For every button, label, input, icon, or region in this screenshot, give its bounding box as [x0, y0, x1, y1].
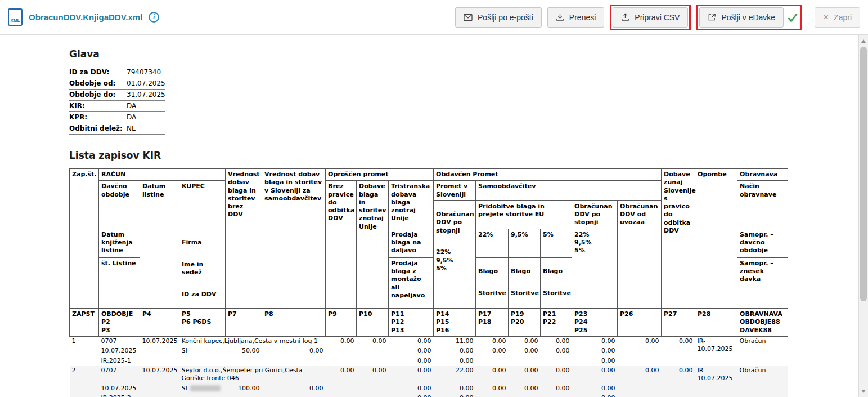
- id-ddv-label: ID za DDV: [182, 291, 223, 298]
- blago-label: Blago: [478, 267, 506, 275]
- col-rate-22: 22%: [476, 229, 509, 257]
- cell-p24: 0.00: [572, 346, 618, 356]
- glava-row: Odbitni delež: NE: [69, 123, 165, 135]
- code-p7: P7: [226, 309, 262, 337]
- col-prodaja-montaza: Prodaja blaga z montažo ali napeljavo: [389, 257, 434, 308]
- cell-p26: 0.00: [618, 366, 662, 384]
- code-p9: P9: [326, 309, 357, 337]
- col-nacin-obravnave: Način obravnave: [737, 181, 788, 229]
- cell-empty: [662, 346, 695, 356]
- col-obracunan-od-uvoza: Obračunan DDV od uvozaa: [618, 200, 662, 308]
- kir-record-row: 10.07.2025 SI 100.00 0.00 0.00 0.00 0.00…: [70, 384, 788, 394]
- send-email-button[interactable]: Pošlji po e-pošti: [455, 7, 542, 28]
- cell-empty: [70, 394, 99, 397]
- cell-empty: [140, 346, 179, 356]
- cell-st-listine: IR:2025-2: [99, 394, 140, 397]
- cell-p18: 0.00: [476, 346, 509, 356]
- col-st-listine: št. Listine: [99, 257, 140, 308]
- prepare-csv-label: Pripravi CSV: [635, 13, 680, 22]
- cell-p17: 0.00: [476, 366, 509, 384]
- cell-p9: 0.00: [326, 337, 357, 347]
- cell-empty: [662, 384, 695, 394]
- cell-datum-knjizenja: 10.07.2025: [99, 384, 140, 394]
- col-rate-95: 9,5%: [509, 229, 541, 257]
- scrollbar-up-arrow[interactable]: [859, 36, 868, 46]
- scrollbar-thumb[interactable]: [860, 47, 867, 301]
- col-datum-listine-empty: [140, 229, 179, 308]
- send-edavke-button[interactable]: Pošlji v eDavke: [699, 7, 784, 28]
- glava-label: ID za DDV:: [69, 67, 127, 78]
- info-icon[interactable]: i: [149, 12, 159, 23]
- col-promet-slo-ddv-stopnje: Obračunan DDV po stopnji 22% 9,5% 5%: [434, 200, 476, 308]
- col-kupec-detail: Firma Ime in sedež ID za DDV: [179, 229, 226, 308]
- cell-p13: 0.00: [389, 394, 434, 397]
- redacted-vat-number: [190, 385, 221, 391]
- cell-empty: [509, 356, 541, 366]
- cell-empty: [357, 346, 389, 356]
- send-email-label: Pošlji po e-pošti: [478, 13, 533, 22]
- file-title: ObracunDDV.KnjigaDDV.xml: [29, 12, 142, 22]
- close-button[interactable]: × Zapri: [815, 7, 860, 28]
- close-label: Zapri: [834, 13, 852, 22]
- cell-id-za-ddv: SI: [179, 384, 226, 394]
- cell-p11: 0.00: [389, 366, 434, 384]
- cell-empty: [140, 394, 179, 397]
- scrollbar[interactable]: [858, 35, 868, 397]
- cell-p12: 0.00: [389, 384, 434, 394]
- cell-kupec: Končni kupec,Ljubljana,Cesta v mestni lo…: [179, 337, 326, 347]
- kir-title: Lista zapisov KIR: [69, 150, 858, 161]
- cell-p16: 0.00: [434, 394, 476, 397]
- col-obravnava: Obravnava: [737, 169, 788, 181]
- cell-p9: 0.00: [326, 366, 357, 384]
- cell-kupec: Seyfor d.o.o.,Šempeter pri Gorici,Cesta …: [179, 366, 326, 384]
- glava-value: DA: [127, 101, 165, 112]
- prepare-csv-button[interactable]: Pripravi CSV: [613, 7, 688, 28]
- kir-table: Zap.št. RAČUN Vrednost dobav blaga in st…: [69, 168, 788, 397]
- cell-empty: [70, 384, 99, 394]
- cell-datum-listine: 10.07.2025: [140, 366, 179, 384]
- glava-row: KPR: DA: [69, 112, 165, 123]
- glava-title: Glava: [69, 48, 858, 60]
- col-obdavcen-promet: Obdavčen Promet: [434, 169, 662, 181]
- cell-empty: [662, 356, 695, 366]
- glava-row: KIR: DA: [69, 101, 165, 112]
- col-dobave-zunaj: Dobave zunaj Slovenije s pravico do odbi…: [662, 169, 695, 309]
- col-blago-storitve-22: Blago Storitve: [476, 257, 509, 308]
- id-za-ddv-value: SI: [182, 347, 187, 354]
- code-p5: P5 P6 P6DS: [179, 309, 226, 337]
- col-pridobitve-eu: Pridobitve blaga in prejete storitve EU: [476, 200, 572, 229]
- document-view: Glava ID za DDV: 79407340 Obdobje od: 01…: [0, 35, 858, 397]
- glava-value: 79407340: [127, 67, 165, 78]
- col-davcno-obdobje: Davčno obdobje: [99, 181, 140, 229]
- glava-label: Obdobje od:: [69, 78, 127, 90]
- cell-empty: [476, 356, 509, 366]
- cell-p11: 0.00: [389, 337, 434, 347]
- glava-row: ID za DDV: 79407340: [69, 67, 165, 78]
- storitve-label: Storitve: [511, 289, 538, 297]
- id-za-ddv-value: SI: [182, 385, 187, 392]
- cell-davcno-obdobje: 0707: [99, 366, 140, 384]
- kir-record-row: 1 0707 10.07.2025 Končni kupec,Ljubljana…: [70, 337, 788, 347]
- cell-p27: 0.00: [662, 337, 695, 347]
- kir-record-row: 2 0707 10.07.2025 Seyfor d.o.o.,Šempeter…: [70, 366, 788, 384]
- cell-empty: [326, 356, 357, 366]
- code-p11-13: P11 P12 P13: [389, 309, 434, 337]
- mail-icon: [464, 14, 473, 21]
- col-datum-knjizenja: Datum knjiženja listine: [99, 229, 140, 257]
- cell-p8: 0.00: [262, 346, 326, 356]
- cell-p20: 0.00: [509, 384, 541, 394]
- cell-empty: [357, 384, 389, 394]
- col-zap-st: Zap.št.: [70, 169, 99, 309]
- code-zapst: ZAPST: [70, 309, 99, 337]
- col-rate-5: 5%: [541, 229, 572, 257]
- cell-empty: [326, 394, 357, 397]
- glava-row: Obdobje do: 31.07.2025: [69, 90, 165, 101]
- download-button[interactable]: Prenesi: [547, 7, 604, 28]
- col-datum-listine: Datum listine: [140, 181, 179, 229]
- blago-label: Blago: [543, 267, 569, 275]
- scrollbar-down-arrow[interactable]: [859, 386, 868, 396]
- cell-empty: [140, 356, 179, 366]
- cell-empty: [476, 394, 509, 397]
- cell-empty: [618, 394, 662, 397]
- cell-p7: 100.00: [226, 384, 262, 394]
